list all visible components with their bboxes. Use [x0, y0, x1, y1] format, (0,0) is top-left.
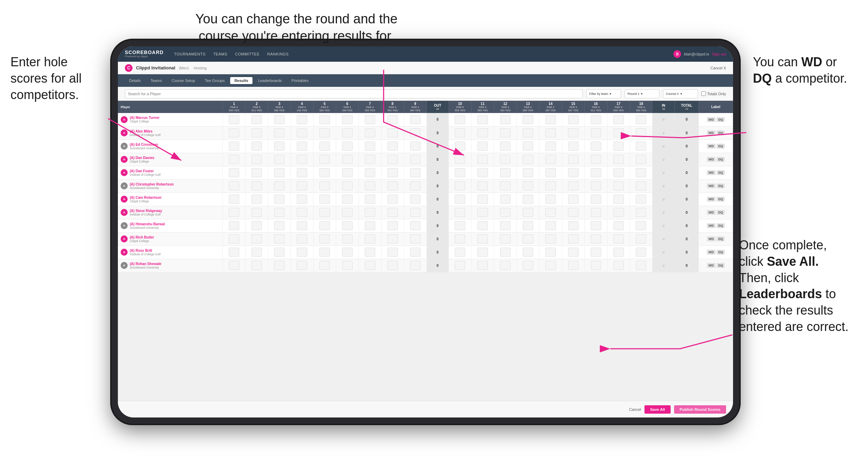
score-input-hole-7[interactable]: [365, 248, 375, 257]
score-input-hole-11[interactable]: [477, 248, 488, 257]
score-input-hole-6[interactable]: [342, 261, 353, 270]
score-input-hole-8[interactable]: [387, 128, 398, 137]
score-input-hole-9[interactable]: [410, 142, 421, 151]
score-input-hole-7[interactable]: [365, 195, 375, 204]
score-input-hole-1[interactable]: [229, 221, 239, 230]
score-input-hole-5[interactable]: [319, 221, 330, 230]
score-input-hole-17[interactable]: [613, 128, 624, 137]
dq-button[interactable]: DQ: [717, 236, 725, 241]
score-input-hole-4[interactable]: [297, 115, 307, 124]
score-input-hole-5[interactable]: [319, 208, 330, 217]
tab-leaderboards[interactable]: Leaderboards: [254, 77, 286, 84]
score-input-hole-8[interactable]: [387, 142, 398, 151]
score-input-hole-17[interactable]: [613, 155, 624, 164]
score-input-hole-16[interactable]: [591, 155, 601, 164]
score-input-hole-15[interactable]: [568, 195, 579, 204]
score-input-hole-6[interactable]: [342, 168, 353, 177]
score-input-hole-3[interactable]: [274, 128, 285, 137]
cancel-tournament-button[interactable]: Cancel X: [710, 66, 726, 70]
score-input-hole-2[interactable]: [251, 208, 262, 217]
score-input-hole-4[interactable]: [297, 234, 307, 243]
score-input-hole-16[interactable]: [591, 195, 601, 204]
score-input-hole-14[interactable]: [545, 168, 556, 177]
score-input-hole-18[interactable]: [636, 195, 646, 204]
score-input-hole-8[interactable]: [387, 168, 398, 177]
score-input-hole-14[interactable]: [545, 142, 556, 151]
score-input-hole-17[interactable]: [613, 248, 624, 257]
score-input-hole-15[interactable]: [568, 155, 579, 164]
nav-committee[interactable]: COMMITTEE: [235, 52, 260, 56]
sign-out-link[interactable]: Sign out: [712, 52, 726, 56]
score-input-hole-2[interactable]: [251, 248, 262, 257]
nav-rankings[interactable]: RANKINGS: [267, 52, 288, 56]
score-input-hole-10[interactable]: [455, 142, 465, 151]
wd-button[interactable]: WD: [707, 197, 716, 202]
score-input-hole-9[interactable]: [410, 168, 421, 177]
wd-button[interactable]: WD: [707, 144, 716, 149]
score-input-hole-1[interactable]: [229, 181, 239, 190]
wd-button[interactable]: WD: [707, 223, 716, 228]
score-input-hole-4[interactable]: [297, 261, 307, 270]
score-input-hole-15[interactable]: [568, 208, 579, 217]
score-input-hole-3[interactable]: [274, 155, 285, 164]
cancel-button[interactable]: Cancel: [629, 407, 641, 412]
round-dropdown[interactable]: Round 1 ▾: [625, 89, 659, 98]
score-input-hole-1[interactable]: [229, 208, 239, 217]
dq-button[interactable]: DQ: [717, 170, 725, 175]
score-input-hole-14[interactable]: [545, 195, 556, 204]
score-input-hole-1[interactable]: [229, 234, 239, 243]
dq-button[interactable]: DQ: [717, 250, 725, 255]
score-input-hole-15[interactable]: [568, 115, 579, 124]
score-input-hole-14[interactable]: [545, 208, 556, 217]
tab-printables[interactable]: Printables: [287, 77, 313, 84]
score-input-hole-18[interactable]: [636, 155, 646, 164]
score-input-hole-9[interactable]: [410, 221, 421, 230]
wd-button[interactable]: WD: [707, 250, 716, 255]
score-input-hole-2[interactable]: [251, 168, 262, 177]
score-input-hole-15[interactable]: [568, 221, 579, 230]
wd-button[interactable]: WD: [707, 236, 716, 241]
score-input-hole-2[interactable]: [251, 115, 262, 124]
score-input-hole-8[interactable]: [387, 221, 398, 230]
score-input-hole-7[interactable]: [365, 155, 375, 164]
score-input-hole-5[interactable]: [319, 128, 330, 137]
score-input-hole-9[interactable]: [410, 181, 421, 190]
score-input-hole-9[interactable]: [410, 208, 421, 217]
score-input-hole-10[interactable]: [455, 181, 465, 190]
score-input-hole-2[interactable]: [251, 221, 262, 230]
score-input-hole-4[interactable]: [297, 168, 307, 177]
score-input-hole-3[interactable]: [274, 168, 285, 177]
score-input-hole-14[interactable]: [545, 221, 556, 230]
score-input-hole-5[interactable]: [319, 234, 330, 243]
score-input-hole-3[interactable]: [274, 142, 285, 151]
totals-only-checkbox[interactable]: [701, 91, 706, 96]
score-input-hole-1[interactable]: [229, 155, 239, 164]
score-input-hole-1[interactable]: [229, 168, 239, 177]
score-input-hole-3[interactable]: [274, 115, 285, 124]
score-input-hole-18[interactable]: [636, 115, 646, 124]
dq-button[interactable]: DQ: [717, 197, 725, 202]
score-input-hole-4[interactable]: [297, 221, 307, 230]
score-input-hole-10[interactable]: [455, 155, 465, 164]
dq-button[interactable]: DQ: [717, 144, 725, 149]
score-input-hole-13[interactable]: [523, 128, 533, 137]
wd-button[interactable]: WD: [707, 117, 716, 122]
score-input-hole-9[interactable]: [410, 261, 421, 270]
score-input-hole-3[interactable]: [274, 261, 285, 270]
score-input-hole-1[interactable]: [229, 261, 239, 270]
score-input-hole-9[interactable]: [410, 248, 421, 257]
score-input-hole-17[interactable]: [613, 181, 624, 190]
score-input-hole-11[interactable]: [477, 261, 488, 270]
score-input-hole-11[interactable]: [477, 195, 488, 204]
score-input-hole-17[interactable]: [613, 261, 624, 270]
wd-button[interactable]: WD: [707, 183, 716, 188]
course-dropdown[interactable]: Course A ▾: [663, 89, 698, 98]
score-input-hole-13[interactable]: [523, 168, 533, 177]
score-input-hole-7[interactable]: [365, 261, 375, 270]
score-input-hole-15[interactable]: [568, 128, 579, 137]
score-input-hole-5[interactable]: [319, 115, 330, 124]
tab-teams[interactable]: Teams: [146, 77, 166, 84]
score-input-hole-5[interactable]: [319, 195, 330, 204]
wd-button[interactable]: WD: [707, 157, 716, 162]
dq-button[interactable]: DQ: [717, 223, 725, 228]
